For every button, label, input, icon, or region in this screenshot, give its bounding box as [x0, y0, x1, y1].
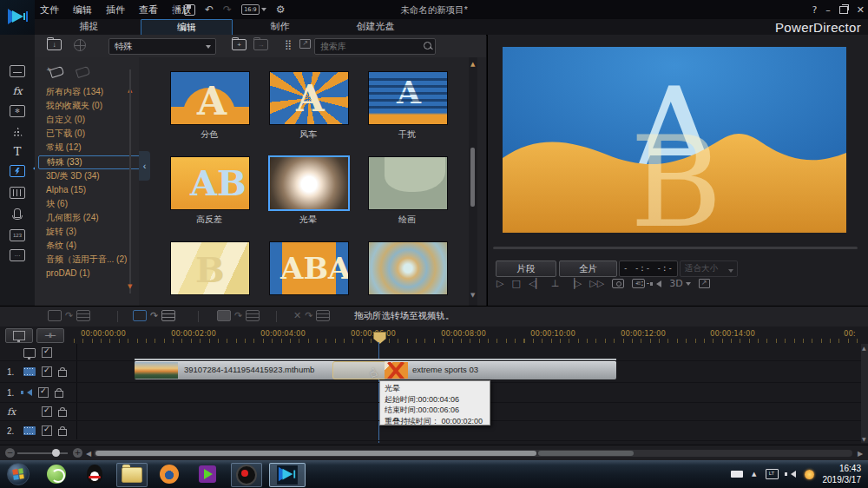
taskbar-powerdirector[interactable]	[269, 463, 306, 487]
category-alpha[interactable]: Alpha (15)	[38, 184, 140, 196]
category-block[interactable]: 块 (6)	[38, 198, 140, 210]
taskbar-media-app[interactable]	[193, 463, 222, 485]
search-icon[interactable]	[424, 42, 431, 49]
grid-view-button[interactable]: ⣿	[285, 39, 292, 50]
lock-icon[interactable]	[55, 391, 63, 398]
category-prodad[interactable]: proDAD (1)	[38, 267, 140, 280]
minimize-button[interactable]: –	[825, 4, 831, 16]
transition-thumb-swirl[interactable]	[368, 241, 448, 295]
zoom-slider-track[interactable]	[17, 452, 68, 454]
tab-create-disc[interactable]: 创建光盘	[339, 19, 412, 34]
particle-room-button[interactable]	[0, 122, 35, 140]
seek-button[interactable]: ⊥	[551, 278, 560, 289]
voiceover-room-button[interactable]	[0, 204, 35, 221]
lock-icon[interactable]	[58, 410, 67, 417]
overlay-room-button[interactable]: ✻	[0, 102, 35, 120]
grid-scrollbar[interactable]: ▲ ▼	[469, 57, 477, 306]
category-scrollbar[interactable]: ▲ ▼	[127, 57, 135, 306]
lock-icon[interactable]	[58, 370, 67, 377]
enable-all-checkbox[interactable]	[42, 347, 52, 358]
snap-button[interactable]: ⊣⊢	[36, 328, 64, 343]
transition-thumb-fengche[interactable]: A	[269, 71, 349, 125]
preview-video[interactable]: A B	[503, 47, 846, 233]
movie-mode-button[interactable]: 全片	[559, 260, 617, 277]
category-geometric[interactable]: 几何图形 (24)	[38, 212, 140, 224]
close-button[interactable]: ✕	[857, 4, 865, 16]
scroll-up-icon[interactable]: ▲	[470, 61, 475, 68]
zoom-in-button[interactable]: +	[73, 448, 82, 458]
apply-random-transition-button[interactable]: ↷	[48, 310, 90, 321]
range-select-button[interactable]	[5, 328, 33, 343]
title-room-button[interactable]: T	[0, 142, 35, 160]
zoom-slider-thumb[interactable]	[52, 449, 60, 457]
scroll-down-icon[interactable]: ▼	[128, 283, 132, 290]
remove-tag-icon[interactable]	[76, 66, 90, 78]
preview-seekbar[interactable]	[493, 247, 858, 249]
mini-player-icon[interactable]: ≡	[632, 279, 645, 288]
keyboard-layout-icon[interactable]: LT	[766, 469, 779, 479]
timecode-display[interactable]: - -:- -:- -:- -	[619, 260, 678, 277]
taskbar-360browser[interactable]	[42, 463, 71, 485]
timeline-vertical-scrollbar[interactable]: ▲ ▼	[861, 344, 868, 443]
category-custom[interactable]: 自定义 (0)	[38, 114, 140, 126]
audio-mixing-room-button[interactable]	[0, 184, 35, 201]
category-favorites[interactable]: 我的收藏夹 (0)	[38, 100, 140, 112]
taskbar-qq[interactable]	[80, 463, 109, 485]
category-all[interactable]: 所有内容 (134)	[38, 86, 140, 98]
next-frame-button[interactable]: ▕▷	[567, 278, 582, 289]
scroll-right-icon[interactable]: ▶	[858, 450, 863, 458]
download-content-button[interactable]	[74, 39, 86, 51]
tray-expand-icon[interactable]: ▲	[752, 471, 756, 478]
track-enable-checkbox[interactable]	[42, 406, 52, 417]
transition-thumb-gaofancha[interactable]: AB	[170, 156, 250, 210]
scrollbar-track[interactable]	[129, 69, 131, 293]
lock-icon[interactable]	[58, 429, 67, 436]
transition-thumb-fense[interactable]: A	[170, 71, 250, 125]
transition-thumb-huihua[interactable]	[368, 156, 448, 210]
volume-speaker-icon[interactable]	[653, 280, 661, 287]
apply-selected-transition-button[interactable]: ↷	[133, 310, 175, 321]
snapshot-camera-icon[interactable]	[612, 279, 624, 288]
category-general[interactable]: 常规 (12)	[38, 142, 140, 154]
apply-fading-transition-button[interactable]: ↷	[217, 310, 260, 321]
category-rotate[interactable]: 旋转 (3)	[38, 226, 140, 238]
weather-sun-icon[interactable]	[805, 470, 814, 479]
collapse-panel-button[interactable]: ‹	[139, 151, 150, 181]
ruler-ticks[interactable]	[74, 339, 859, 343]
category-3d[interactable]: 3D/类 3D (34)	[38, 170, 140, 182]
stop-button[interactable]: □	[511, 278, 520, 289]
3d-mode-dropdown[interactable]: 3D	[669, 278, 690, 289]
taskbar-firefox[interactable]	[155, 463, 184, 485]
taskbar-explorer[interactable]	[116, 463, 148, 487]
transition-thumb-rays[interactable]: B	[170, 241, 250, 295]
transition-thumb-aba[interactable]: ABA	[269, 241, 349, 295]
start-button[interactable]	[3, 463, 33, 485]
timeline-horizontal-scrollbar[interactable]	[94, 450, 852, 457]
restore-button[interactable]	[839, 6, 848, 14]
input-language-icon[interactable]	[731, 471, 743, 478]
scrollbar-thumb[interactable]	[470, 148, 475, 207]
help-button[interactable]: ?	[812, 4, 817, 16]
undock-preview-icon[interactable]: ↗	[699, 279, 710, 288]
tab-produce[interactable]: 制作	[252, 19, 308, 34]
tab-capture[interactable]: 捕捉	[52, 19, 126, 34]
scroll-left-icon[interactable]: ◀	[86, 450, 91, 458]
remove-transition-button[interactable]: ✕↷	[293, 310, 330, 321]
import-media-button[interactable]: ↓	[47, 39, 62, 50]
chapter-room-button[interactable]: 123	[0, 227, 35, 244]
track-enable-checkbox[interactable]	[42, 425, 52, 436]
scroll-down-icon[interactable]: ▼	[470, 292, 475, 299]
tab-edit[interactable]: 编辑	[141, 19, 233, 36]
transition-thumb-guangyun-selected[interactable]	[268, 155, 350, 211]
category-downloaded[interactable]: 已下载 (0)	[38, 128, 140, 140]
fast-forward-button[interactable]: ▷▷	[589, 278, 604, 289]
taskbar-clock[interactable]: 16:43 2019/3/17	[823, 463, 868, 485]
clip-mode-button[interactable]: 片段	[496, 260, 556, 277]
add-tag-icon[interactable]	[49, 66, 64, 78]
media-room-button[interactable]	[0, 63, 35, 80]
category-stripes[interactable]: 条纹 (4)	[38, 240, 140, 252]
scrollbar-thumb[interactable]	[95, 451, 536, 456]
taskbar-recorder[interactable]	[231, 463, 262, 487]
track-enable-checkbox[interactable]	[42, 366, 52, 377]
zoom-out-button[interactable]: −	[5, 448, 15, 458]
